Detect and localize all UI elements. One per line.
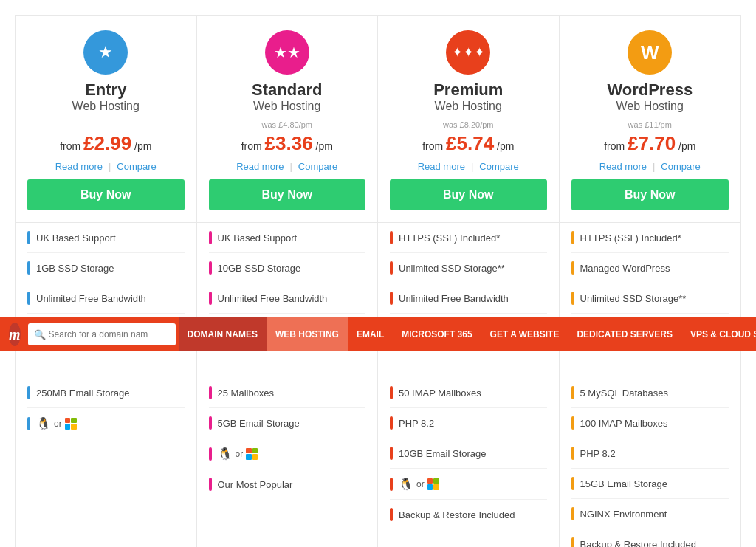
entry-feature-5: 250MB Email Storage bbox=[36, 388, 129, 399]
pre-feature-1: HTTPS (SSL) Included* bbox=[399, 233, 500, 244]
standard-was: was £4.80/pm bbox=[209, 120, 366, 132]
std-bar-1 bbox=[209, 231, 212, 244]
wordpress-links: Read more | Compare bbox=[571, 161, 729, 172]
premium-price: £5.74 bbox=[446, 132, 494, 154]
plans-grid: ★ Entry Web Hosting from £2.99 /pm Read … bbox=[15, 15, 741, 223]
plan-wordpress: W WordPress Web Hosting was £11/pm from … bbox=[560, 16, 741, 222]
list-item: Managed WordPress bbox=[571, 253, 729, 283]
nav-tab-microsoft365[interactable]: MICROSOFT 365 bbox=[393, 317, 481, 351]
pre-bar-7 bbox=[390, 447, 393, 460]
search-input[interactable] bbox=[49, 329, 152, 340]
pricing-section: ★ Entry Web Hosting from £2.99 /pm Read … bbox=[0, 0, 756, 547]
wordpress-buy-now[interactable]: Buy Now bbox=[571, 179, 729, 210]
plan-entry: ★ Entry Web Hosting from £2.99 /pm Read … bbox=[16, 16, 197, 222]
entry-os-icons: 🐧 or bbox=[36, 416, 77, 430]
entry-buy-now[interactable]: Buy Now bbox=[27, 179, 185, 210]
wp-feature-8: 15GB Email Storage bbox=[580, 478, 668, 489]
std-bar-5 bbox=[209, 386, 212, 399]
std-feature-1: UK Based Support bbox=[218, 233, 298, 244]
pre-bar-1 bbox=[390, 231, 393, 244]
std-feature-8: Our Most Popular bbox=[218, 479, 293, 490]
nav-tabs: DOMAIN NAMES WEB HOSTING EMAIL MICROSOFT… bbox=[179, 317, 756, 351]
std-bar-6 bbox=[209, 416, 212, 430]
pre-feature-2: Unlimited SSD Storage** bbox=[399, 263, 505, 274]
search-icon: 🔍 bbox=[34, 329, 46, 340]
standard-buy-now[interactable]: Buy Now bbox=[209, 179, 366, 210]
pre-feature-7: 10GB Email Storage bbox=[399, 448, 487, 459]
premium-circle: ✦✦✦ bbox=[446, 30, 490, 75]
wp-bar-3 bbox=[571, 292, 574, 305]
nav-tab-dedicated-servers[interactable]: DEDICATED SERVERS bbox=[568, 317, 681, 351]
pre-bar-5 bbox=[390, 386, 393, 399]
entry-price: £2.99 bbox=[83, 132, 131, 154]
list-item: 10GB Email Storage bbox=[390, 438, 547, 469]
search-bar[interactable]: 🔍 bbox=[28, 323, 176, 345]
wordpress-features: HTTPS (SSL) Included* Managed WordPress … bbox=[560, 223, 741, 547]
nav-tab-email[interactable]: EMAIL bbox=[348, 317, 393, 351]
wp-feature-10: Backup & Restore Included bbox=[580, 539, 697, 547]
list-item: 🐧 or bbox=[27, 408, 185, 438]
list-item: 5GB Email Storage bbox=[209, 408, 366, 438]
list-item: 5 MySQL Databases bbox=[571, 378, 729, 408]
pre-os-icons: 🐧 or bbox=[399, 477, 439, 491]
list-item: Unlimited SSD Storage** bbox=[390, 253, 547, 283]
standard-compare[interactable]: Compare bbox=[298, 161, 337, 172]
wp-bar-8 bbox=[571, 477, 574, 490]
nav-tab-get-website[interactable]: GET A WEBSITE bbox=[481, 317, 568, 351]
premium-icon: ✦✦✦ bbox=[390, 30, 547, 75]
entry-read-more[interactable]: Read more bbox=[55, 161, 103, 172]
nav-tab-vps[interactable]: VPS & CLOUD SERVERS bbox=[681, 317, 756, 351]
list-item: 50 IMAP Mailboxes bbox=[390, 378, 547, 408]
list-item: NGINX Environment bbox=[571, 499, 729, 529]
wp-feature-1: HTTPS (SSL) Included* bbox=[580, 233, 681, 244]
std-bar-3 bbox=[209, 292, 212, 305]
entry-compare[interactable]: Compare bbox=[117, 161, 156, 172]
entry-features: UK Based Support 1GB SSD Storage Unlimit… bbox=[16, 223, 197, 547]
premium-plan-name: Premium bbox=[390, 80, 547, 100]
list-item: UK Based Support bbox=[27, 223, 185, 253]
standard-read-more[interactable]: Read more bbox=[236, 161, 284, 172]
entry-icon: ★ bbox=[27, 30, 185, 75]
entry-bar-3 bbox=[27, 292, 30, 305]
std-bar-7 bbox=[209, 447, 212, 461]
wordpress-plan-name: WordPress bbox=[571, 80, 729, 100]
wp-bar-5 bbox=[571, 386, 574, 399]
pre-feature-6: PHP 8.2 bbox=[399, 418, 434, 429]
plan-standard: ★★ Standard Web Hosting was £4.80/pm fro… bbox=[197, 16, 379, 222]
wordpress-read-more[interactable]: Read more bbox=[599, 161, 647, 172]
pre-bar-3 bbox=[390, 292, 393, 305]
standard-plan-name: Standard bbox=[209, 80, 366, 100]
nav-tab-domain-names[interactable]: DOMAIN NAMES bbox=[179, 317, 267, 351]
entry-price-row: from £2.99 /pm bbox=[27, 132, 185, 155]
pre-feature-3: Unlimited Free Bandwidth bbox=[399, 293, 509, 304]
list-item: 100 IMAP Mailboxes bbox=[571, 408, 729, 438]
nav-tab-web-hosting[interactable]: WEB HOSTING bbox=[267, 317, 348, 351]
premium-compare[interactable]: Compare bbox=[479, 161, 518, 172]
wp-bar-6 bbox=[571, 416, 574, 430]
std-feature-3: Unlimited Free Bandwidth bbox=[218, 293, 328, 304]
std-feature-6: 5GB Email Storage bbox=[218, 418, 300, 429]
wordpress-price: £7.70 bbox=[628, 132, 676, 154]
premium-buy-now[interactable]: Buy Now bbox=[390, 179, 547, 210]
wordpress-compare[interactable]: Compare bbox=[661, 161, 700, 172]
standard-pm: /pm bbox=[316, 140, 333, 152]
pre-bar-2 bbox=[390, 261, 393, 275]
list-item: 250MB Email Storage bbox=[27, 378, 185, 408]
wordpress-icon: W bbox=[571, 30, 729, 75]
list-item: HTTPS (SSL) Included* bbox=[571, 223, 729, 253]
list-item: PHP 8.2 bbox=[571, 438, 729, 469]
std-feature-5: 25 Mailboxes bbox=[218, 388, 275, 399]
entry-from: from bbox=[60, 140, 83, 152]
list-item: 1GB SSD Storage bbox=[27, 253, 185, 283]
wp-bar-9 bbox=[571, 507, 574, 520]
list-item: 15GB Email Storage bbox=[571, 469, 729, 499]
standard-plan-type: Web Hosting bbox=[209, 100, 366, 113]
pre-feature-5: 50 IMAP Mailboxes bbox=[399, 388, 481, 399]
premium-features: HTTPS (SSL) Included* Unlimited SSD Stor… bbox=[378, 223, 560, 547]
list-item: Our Most Popular bbox=[209, 469, 366, 499]
linux-icon: 🐧 bbox=[36, 416, 51, 430]
premium-read-more[interactable]: Read more bbox=[418, 161, 465, 172]
premium-price-row: from £5.74 /pm bbox=[390, 132, 547, 155]
or-text: or bbox=[236, 449, 244, 459]
entry-feature-1: UK Based Support bbox=[36, 233, 116, 244]
